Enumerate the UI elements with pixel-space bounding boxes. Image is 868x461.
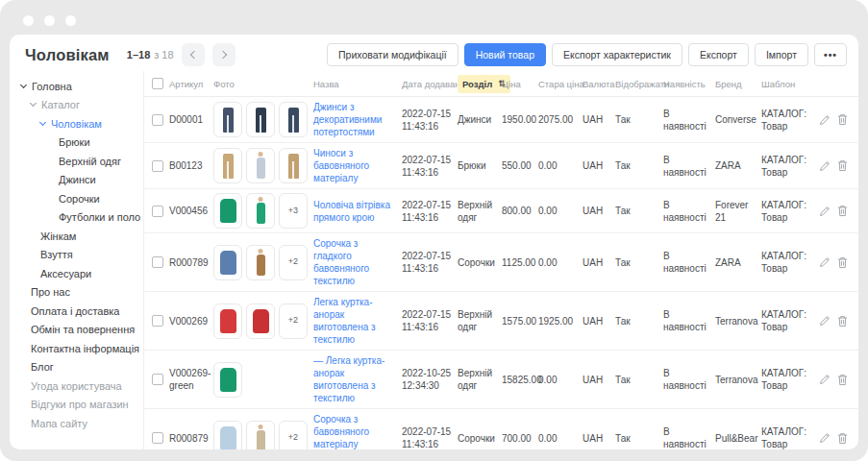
product-thumbnail[interactable]: [279, 148, 308, 183]
pagination: 1–18 з 18: [127, 43, 236, 66]
pagination-prev-button[interactable]: [182, 43, 205, 66]
row-checkbox[interactable]: [152, 160, 163, 172]
product-thumbnail[interactable]: [246, 245, 275, 280]
edit-button[interactable]: [819, 374, 831, 385]
delete-button[interactable]: [837, 159, 848, 172]
more-photos-thumbnail[interactable]: +3: [279, 193, 308, 229]
edit-button[interactable]: [819, 432, 831, 444]
delete-button[interactable]: [837, 315, 848, 328]
product-name-link[interactable]: Джинси з декоративними потертостями: [313, 102, 382, 137]
price-cell: 15825.00: [502, 370, 538, 390]
sidebar-item-сорочки[interactable]: Сорочки: [10, 189, 143, 208]
product-thumbnail[interactable]: [246, 148, 275, 183]
product-thumbnail[interactable]: [213, 421, 242, 450]
row-checkbox[interactable]: [152, 206, 163, 217]
sidebar-item-блог[interactable]: Блог: [10, 358, 143, 377]
product-thumbnail[interactable]: [213, 303, 242, 339]
product-thumbnail[interactable]: [213, 362, 242, 398]
product-thumbnail[interactable]: [213, 193, 242, 229]
product-thumbnail[interactable]: [279, 102, 308, 137]
product-name-link[interactable]: Чиноси з бавовняного матеріалу: [313, 148, 369, 183]
product-name-link[interactable]: Сорочка з гладкого бавовняного текстилю: [313, 238, 369, 286]
product-name-link[interactable]: Сорочка з бавовняного матеріалу притален…: [313, 414, 394, 449]
column-header-availability: Наявність: [663, 79, 715, 89]
availability-cell: В наявності: [663, 422, 715, 449]
sidebar-item-відгуки-про-магазин[interactable]: Відгуки про магазин: [10, 396, 143, 415]
product-thumbnail[interactable]: [213, 102, 242, 137]
availability-cell: В наявності: [663, 150, 715, 182]
old-price-cell: 2075.00: [538, 109, 583, 130]
product-thumbnail[interactable]: [246, 193, 275, 229]
product-thumbnail[interactable]: [246, 421, 275, 450]
availability-cell: В наявності: [663, 104, 715, 136]
import-button[interactable]: Імпорт: [755, 43, 808, 67]
more-actions-button[interactable]: •••: [814, 43, 847, 67]
sidebar-item-обмін-та-повернення[interactable]: Обмін та повернення: [10, 321, 143, 340]
export-button[interactable]: Експорт: [688, 43, 749, 67]
sidebar-item-верхній-одяг[interactable]: Верхній одяг: [10, 152, 143, 171]
table-row: B00123Чиноси з бавовняного матеріалу2022…: [144, 143, 858, 189]
window-dot[interactable]: [23, 15, 34, 26]
delete-button[interactable]: [837, 374, 848, 386]
sidebar-item-про-нас[interactable]: Про нас: [10, 283, 143, 303]
brand-cell: Forever 21: [715, 195, 761, 228]
brand-cell: ZARA: [715, 253, 761, 273]
sidebar-item-мапа-сайту[interactable]: Мапа сайту: [10, 414, 143, 433]
sidebar-item-оплата-і-доставка[interactable]: Оплата і доставка: [10, 302, 143, 321]
table-row: R000879+2Сорочка з бавовняного матеріалу…: [144, 409, 858, 449]
row-checkbox[interactable]: [152, 315, 163, 327]
edit-button[interactable]: [819, 160, 831, 172]
sidebar-item-джинси[interactable]: Джинси: [10, 171, 143, 190]
product-name-link[interactable]: — Легка куртка-анорак виготовлена з текс…: [313, 355, 384, 403]
top-garment-image: [253, 309, 269, 333]
product-thumbnail[interactable]: [246, 303, 275, 339]
product-thumbnail[interactable]: [246, 102, 275, 137]
product-thumbnail[interactable]: [213, 245, 242, 280]
sidebar-item-брюки[interactable]: Брюки: [10, 133, 143, 153]
window-dot[interactable]: [44, 15, 55, 26]
more-photos-thumbnail[interactable]: +2: [279, 245, 308, 280]
edit-button[interactable]: [819, 206, 831, 217]
product-name-link[interactable]: Чоловіча вітрівка прямого крою: [313, 200, 390, 223]
sidebar-item-жінкам[interactable]: Жінкам: [10, 227, 143, 246]
table-row: D00001Джинси з декоративними потертостям…: [144, 97, 858, 143]
delete-button[interactable]: [837, 205, 848, 217]
sidebar-item-аксесуари[interactable]: Аксесуари: [10, 264, 143, 283]
toolbar: Чоловікам 1–18 з 18 Приховати модифікаці…: [10, 35, 858, 71]
sidebar-item-каталог[interactable]: Каталог: [10, 96, 143, 115]
more-photos-thumbnail[interactable]: +2: [279, 303, 308, 339]
column-header-old_price: Стара ціна: [538, 79, 583, 89]
row-checkbox[interactable]: [152, 432, 163, 444]
edit-button[interactable]: [819, 114, 831, 126]
hide-modifications-button[interactable]: Приховати модифікації: [327, 43, 459, 67]
section-cell: Джинси: [458, 109, 502, 130]
pagination-next-button[interactable]: [212, 43, 236, 66]
row-checkbox[interactable]: [152, 256, 163, 268]
price-cell: 800.00: [502, 201, 538, 221]
edit-button[interactable]: [819, 315, 831, 327]
table-row: R000789+2Сорочка з гладкого бавовняного …: [144, 233, 858, 292]
sidebar-item-контактна-інформація[interactable]: Контактна інформація: [10, 339, 143, 358]
date-value: 2022-10-25: [402, 367, 452, 379]
sidebar-item-взуття[interactable]: Взуття: [10, 246, 143, 265]
delete-button[interactable]: [837, 113, 848, 126]
price-cell: 550.00: [502, 156, 538, 176]
product-name-link[interactable]: Легка куртка-анорак виготовлена з тексти…: [313, 297, 376, 345]
edit-button[interactable]: [819, 256, 831, 268]
select-all-checkbox[interactable]: [152, 78, 163, 89]
sidebar-item-головна[interactable]: Головна: [10, 77, 143, 96]
row-checkbox[interactable]: [152, 374, 163, 385]
sidebar-item-угода-користувача[interactable]: Угода користувача: [10, 376, 143, 396]
sidebar-item-label: Футболки и поло: [59, 211, 140, 223]
export-characteristics-button[interactable]: Експорт характеристик: [552, 43, 682, 67]
delete-button[interactable]: [837, 432, 848, 445]
delete-button[interactable]: [837, 256, 848, 269]
window-dot[interactable]: [65, 15, 76, 26]
more-photos-thumbnail[interactable]: +2: [279, 421, 308, 450]
products-table: АртикулФотоНазваДата додаванняРозділ⇅Цін…: [144, 71, 858, 449]
sidebar-item-футболки-и-поло[interactable]: Футболки и поло: [10, 208, 143, 228]
product-thumbnail[interactable]: [213, 148, 242, 183]
new-product-button[interactable]: Новий товар: [464, 43, 546, 67]
sidebar-item-чоловікам[interactable]: Чоловікам: [10, 114, 143, 133]
row-checkbox[interactable]: [152, 114, 163, 126]
